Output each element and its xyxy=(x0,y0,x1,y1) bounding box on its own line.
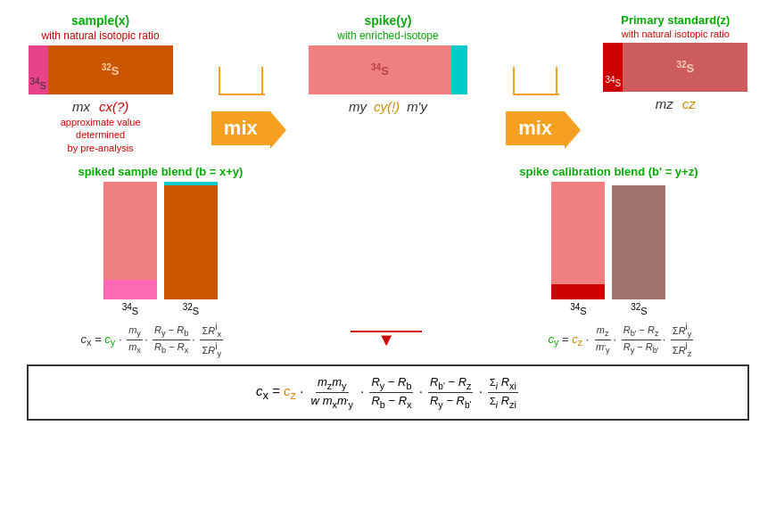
equation-section: cx = cy · my mx · Ry − Rb Rb − Rx · ΣRix… xyxy=(9,322,767,358)
mix2-container: mix xyxy=(506,67,565,154)
spike-subtitle: with enriched-isotope xyxy=(337,29,438,42)
blend2-label1: 34S xyxy=(570,302,586,316)
top-section: sample(x) with natural isotopic ratio 34… xyxy=(9,13,767,154)
spike-title: spike(y) xyxy=(365,13,412,28)
spike-calib-blend: spike calibration blend (b' = y+z) 34S xyxy=(519,165,698,316)
blend1-title: spiked sample blend (b = x+y) xyxy=(78,165,243,178)
primary-title: Primary standard(z) xyxy=(621,13,730,27)
spike-substance: spike(y) with enriched-isotope 34S my cy… xyxy=(309,13,467,114)
sample-s32-label: 32S xyxy=(102,62,120,78)
spiked-sample-blend: spiked sample blend (b = x+y) 34S xyxy=(78,165,243,316)
blend2-bars: 34S 32S xyxy=(551,182,665,316)
blend2-label2: 32S xyxy=(631,302,647,316)
formula-frac-rbp-rz: Rb' − Rz Ry − Rb' xyxy=(428,375,474,409)
sample-s34-label: 34S xyxy=(29,77,45,91)
formula-frac-sumRxi-sumRzi: Σi Rxi Σi Rzi xyxy=(488,375,518,409)
sample-title: sample(x) xyxy=(71,13,129,28)
primary-conc-label: cz xyxy=(682,96,696,111)
primary-subtitle: with natural isotopic ratio xyxy=(622,29,730,39)
spike-conc-y: cy(!) xyxy=(374,99,400,114)
frac-mz-myp: mz m'y xyxy=(594,324,611,354)
frac-ry-rb: Ry − Rb Rb − Rx xyxy=(153,324,190,354)
sample-conc-label: cx(?) xyxy=(99,99,128,114)
mix2-box: mix xyxy=(506,111,565,145)
frac-my-mx: my mx xyxy=(127,324,143,354)
mix1-box: mix xyxy=(211,111,270,145)
main-container: sample(x) with natural isotopic ratio 34… xyxy=(0,0,776,532)
formula-frac-ry-rb: Ry − Rb Rb − Rx xyxy=(369,375,413,409)
equation1: cx = cy · my mx · Ry − Rb Rb − Rx · ΣRix… xyxy=(81,322,225,358)
sample-mass-label: mx xyxy=(72,99,90,114)
blend1-bar1: 34S xyxy=(103,182,157,316)
sample-substance: sample(x) with natural isotopic ratio 34… xyxy=(29,13,173,154)
blend1-bar2: 32S xyxy=(164,182,218,316)
sample-subtitle: with natural isotopic ratio xyxy=(42,29,160,42)
spike-s34-label: 34S xyxy=(371,62,389,78)
primary-s32-label: 32S xyxy=(676,60,694,75)
blend2-bar2: 32S xyxy=(612,182,665,316)
formula-box: cx = cz · mzmy w mxm'y · Ry − Rb Rb − Rx… xyxy=(27,364,749,420)
formula-frac-masses: mzmy w mxm'y xyxy=(310,375,355,409)
blend1-label1: 34S xyxy=(122,302,138,316)
primary-s34-label: 34S xyxy=(605,75,621,88)
frac-sumRiy-sumRiz: ΣRiy ΣRiz xyxy=(671,322,694,358)
primary-mass-label: mz xyxy=(656,96,673,111)
frac-rbp-rz: Rb' − Rz Ry − Rb' xyxy=(622,324,661,354)
spike-mass-y: my xyxy=(349,99,367,114)
blend1-bars: 34S 32S xyxy=(103,182,218,316)
equation2: cy = cz · mz m'y · Rb' − Rz Ry − Rb' · Σ… xyxy=(548,322,695,358)
frac-sumRix-sumRiy: ΣRix ΣRiy xyxy=(200,322,223,358)
blend-section: spiked sample blend (b = x+y) 34S xyxy=(9,165,767,316)
blend2-title: spike calibration blend (b' = y+z) xyxy=(519,165,698,178)
blend1-label2: 32S xyxy=(183,302,199,316)
primary-substance: Primary standard(z) with natural isotopi… xyxy=(603,13,747,111)
blend2-bar1: 34S xyxy=(551,182,605,316)
sample-conc-note: approximate valuedeterminedby pre-analys… xyxy=(61,116,141,154)
spike-mass-yp: m'y xyxy=(407,99,427,114)
mix1-container: mix xyxy=(211,67,270,154)
red-connect-arrow: ▼ xyxy=(351,331,422,348)
